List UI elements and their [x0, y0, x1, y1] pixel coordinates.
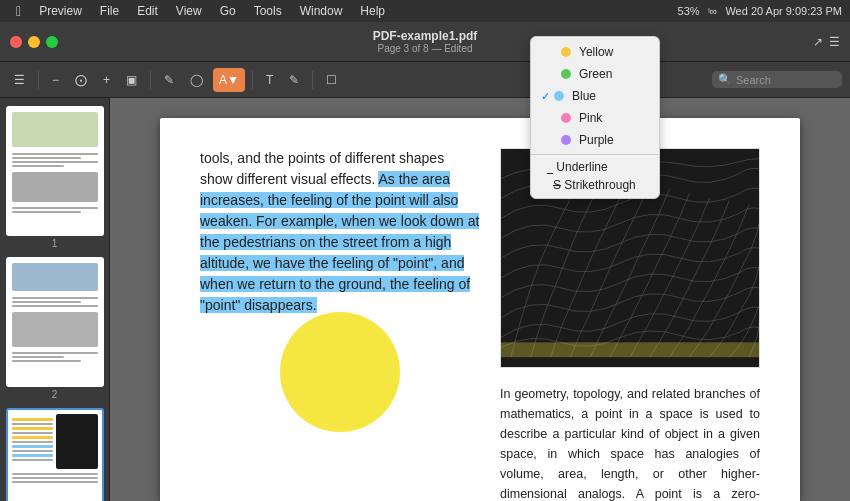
- svg-rect-1: [501, 342, 759, 357]
- menu-edit[interactable]: Edit: [129, 2, 166, 20]
- color-green[interactable]: Green: [531, 63, 659, 85]
- thumb1-line: [12, 157, 81, 159]
- sidebar-thumb-3[interactable]: 3: [6, 408, 103, 501]
- highlighted-text-blue[interactable]: As the area increases, the feeling of th…: [200, 171, 479, 313]
- pdf-para-1: tools, and the points of different shape…: [200, 148, 480, 316]
- thumb2-img2: [12, 312, 98, 347]
- search-box[interactable]: 🔍: [712, 71, 842, 88]
- page-num-1: 1: [6, 238, 103, 249]
- pdf-right-column: In geometry, topology, and related branc…: [500, 148, 760, 501]
- zoom-in-btn[interactable]: +: [97, 68, 116, 92]
- toolbar-sep-2: [150, 71, 151, 89]
- menu-help[interactable]: Help: [352, 2, 393, 20]
- thumb1-line: [12, 211, 81, 213]
- sidebar-thumb-2[interactable]: 2: [6, 257, 103, 400]
- thumb1-img: [12, 112, 98, 147]
- thumb3-highlight: [12, 427, 53, 430]
- thumb3-line: [12, 473, 98, 475]
- page-thumb-3[interactable]: [6, 408, 104, 501]
- apple-menu[interactable]: : [8, 3, 29, 19]
- shapes-btn[interactable]: ◯: [184, 68, 209, 92]
- thumb1-line: [12, 161, 98, 163]
- underline-option[interactable]: ̲ Underline: [531, 158, 659, 176]
- menu-preview[interactable]: Preview: [31, 2, 90, 20]
- clock: Wed 20 Apr 9:09:23 PM: [725, 5, 842, 17]
- minimize-button[interactable]: [28, 36, 40, 48]
- strikethrough-option[interactable]: S Strikethrough: [531, 176, 659, 194]
- thumb2-line: [12, 305, 98, 307]
- check-placeholder: [541, 111, 553, 125]
- thumb1-line: [12, 165, 64, 167]
- thumb3-line: [12, 450, 53, 452]
- thumb1-line: [12, 207, 98, 209]
- thumb3-line: [12, 481, 98, 483]
- color-purple[interactable]: Purple: [531, 129, 659, 151]
- toolbar: ☰ − ⨀ + ▣ ✎ ◯ A▼ T ✎ ☐ 🔍: [0, 62, 850, 98]
- yellow-circle: [280, 312, 400, 432]
- battery-status: 53%: [678, 5, 700, 17]
- thumb3-line: [12, 441, 53, 443]
- close-button[interactable]: [10, 36, 22, 48]
- actual-size-btn[interactable]: ▣: [120, 68, 143, 92]
- page-thumb-1[interactable]: [6, 106, 104, 236]
- blue-dot: [554, 91, 564, 101]
- search-input[interactable]: [736, 74, 836, 86]
- sidebar-thumb-1[interactable]: 1: [6, 106, 103, 249]
- thumb3-highlight-blue: [12, 445, 53, 448]
- thumb3-line: [12, 459, 53, 461]
- thumb2-line: [12, 360, 81, 362]
- thumb2-line: [12, 352, 98, 354]
- pink-dot: [561, 113, 571, 123]
- toolbar-sep-3: [252, 71, 253, 89]
- wifi-icon: ᵎ∞: [708, 5, 718, 18]
- menu-view[interactable]: View: [168, 2, 210, 20]
- titlebar-right: ↗ ☰: [813, 35, 840, 49]
- check-placeholder: [541, 45, 553, 59]
- thumb3-highlight-blue: [12, 454, 53, 457]
- text-btn[interactable]: T: [260, 68, 279, 92]
- sidebar: 1 2: [0, 98, 110, 501]
- crop-btn[interactable]: ☐: [320, 68, 343, 92]
- menubar:  Preview File Edit View Go Tools Window…: [0, 0, 850, 22]
- window-title: PDF-example1.pdf: [373, 29, 478, 43]
- thumb3-line: [12, 432, 53, 434]
- color-dropdown[interactable]: Yellow Green Blue Pink Purple ̲ Underlin…: [530, 36, 660, 199]
- yellow-dot: [561, 47, 571, 57]
- highlight-btn[interactable]: A▼: [213, 68, 245, 92]
- menu-window[interactable]: Window: [292, 2, 351, 20]
- purple-label: Purple: [579, 133, 614, 147]
- thumb1-line: [12, 153, 98, 155]
- check-placeholder: [541, 67, 553, 81]
- share-icon[interactable]: ↗: [813, 35, 823, 49]
- sidebar-toggle-btn[interactable]: ☰: [8, 68, 31, 92]
- color-blue[interactable]: Blue: [531, 85, 659, 107]
- geometry-para: In geometry, topology, and related branc…: [500, 384, 760, 501]
- titlebar: PDF-example1.pdf Page 3 of 8 — Edited ↗ …: [0, 22, 850, 62]
- menubar-right: 53% ᵎ∞ Wed 20 Apr 9:09:23 PM: [678, 5, 842, 18]
- sidebar-toggle-icon[interactable]: ☰: [829, 35, 840, 49]
- main-layout: 1 2: [0, 98, 850, 501]
- menu-go[interactable]: Go: [212, 2, 244, 20]
- zoom-fit-btn[interactable]: ⨀: [69, 68, 93, 92]
- toolbar-sep-1: [38, 71, 39, 89]
- pdf-text-body: tools, and the points of different shape…: [200, 148, 480, 316]
- annotate-btn[interactable]: ✎: [158, 68, 180, 92]
- thumb3-line: [12, 477, 98, 479]
- toolbar-sep-4: [312, 71, 313, 89]
- pink-label: Pink: [579, 111, 602, 125]
- purple-dot: [561, 135, 571, 145]
- page-thumb-2[interactable]: [6, 257, 104, 387]
- zoom-out-btn[interactable]: −: [46, 68, 65, 92]
- thumb3-line: [12, 423, 53, 425]
- dropdown-separator: [531, 154, 659, 155]
- thumb2-img: [12, 263, 98, 291]
- color-yellow[interactable]: Yellow: [531, 41, 659, 63]
- menu-file[interactable]: File: [92, 2, 127, 20]
- thumb3-highlight: [12, 418, 53, 421]
- sign-btn[interactable]: ✎: [283, 68, 305, 92]
- color-pink[interactable]: Pink: [531, 107, 659, 129]
- maximize-button[interactable]: [46, 36, 58, 48]
- menu-tools[interactable]: Tools: [246, 2, 290, 20]
- thumb3-highlight: [12, 436, 53, 439]
- search-icon: 🔍: [718, 73, 732, 86]
